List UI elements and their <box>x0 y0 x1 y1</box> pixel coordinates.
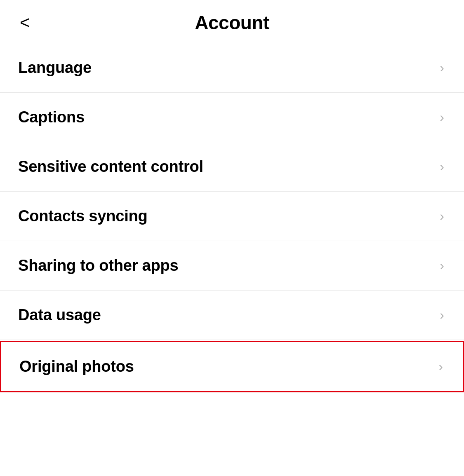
menu-item-label: Contacts syncing <box>18 207 148 225</box>
menu-item-label: Language <box>18 59 92 77</box>
chevron-right-icon: › <box>440 60 444 75</box>
screen: < Account Language›Captions›Sensitive co… <box>0 0 464 392</box>
menu-item-label: Captions <box>18 108 85 126</box>
menu-item[interactable]: Captions› <box>0 93 464 142</box>
header: < Account <box>0 0 464 43</box>
menu-item-label: Sharing to other apps <box>18 257 179 274</box>
chevron-right-icon: › <box>438 359 443 374</box>
menu-item[interactable]: Data usage› <box>0 291 464 340</box>
menu-item[interactable]: Language› <box>0 43 464 93</box>
back-button[interactable]: < <box>16 12 33 33</box>
chevron-right-icon: › <box>440 159 444 174</box>
chevron-right-icon: › <box>440 307 444 323</box>
menu-item-label: Data usage <box>18 306 101 324</box>
menu-item-label: Original photos <box>19 358 134 375</box>
chevron-right-icon: › <box>440 110 444 125</box>
menu-item[interactable]: Sensitive content control› <box>0 142 464 192</box>
settings-menu: Language›Captions›Sensitive content cont… <box>0 43 464 392</box>
menu-item[interactable]: Sharing to other apps› <box>0 241 464 291</box>
chevron-right-icon: › <box>440 258 444 273</box>
chevron-right-icon: › <box>440 209 444 224</box>
page-title: Account <box>195 12 269 34</box>
menu-item[interactable]: Contacts syncing› <box>0 192 464 241</box>
menu-item-label: Sensitive content control <box>18 158 203 176</box>
menu-item[interactable]: Original photos› <box>0 341 464 392</box>
